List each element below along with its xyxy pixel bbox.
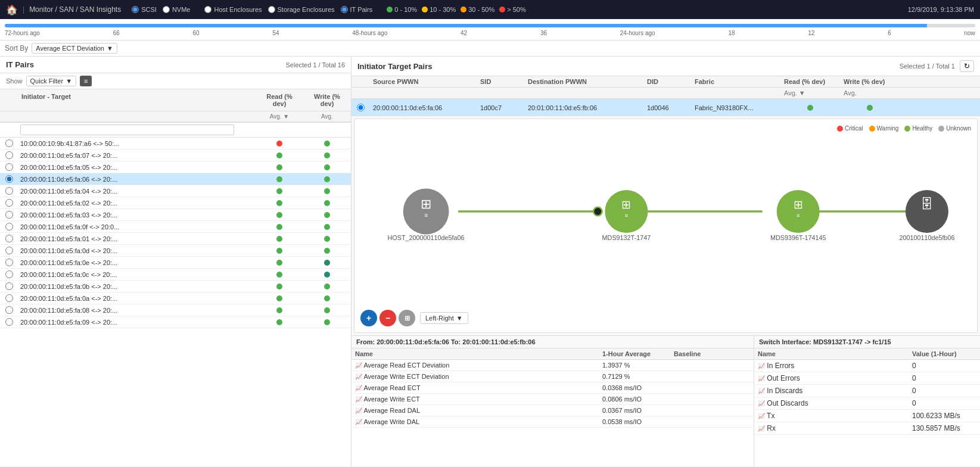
sid-value: 1d00c7	[477, 102, 524, 113]
svg-text:⊞: ⊞	[621, 198, 631, 211]
host-enclosures-option[interactable]: Host Enclosures	[204, 6, 262, 13]
table-row[interactable]: 20:00:00:11:0d:e5:fa:04 <-> 20:...	[0, 185, 351, 197]
col-sw-value: Value (1-Hour)	[909, 348, 980, 359]
sort-bar: Sort By Average ECT Deviation ▼	[0, 41, 980, 57]
it-pairs-option[interactable]: IT Pairs	[341, 6, 373, 13]
zoom-out-button[interactable]: −	[379, 310, 396, 326]
it-pairs-right-selection: Selected 1 / Total 1	[900, 63, 955, 70]
table-row[interactable]: 20:00:00:11:0d:e5:fa:0e <-> 20:...	[0, 257, 351, 269]
col-read-dev: Read (% dev)	[256, 92, 303, 108]
did-value: 1d0046	[643, 102, 691, 113]
right-panel: Initiator Target Pairs Selected 1 / Tota…	[351, 57, 980, 466]
refresh-button[interactable]: ↻	[960, 60, 974, 72]
col-sw-name: Name	[754, 348, 909, 359]
it-pairs-title: IT Pairs	[6, 60, 34, 69]
view-selector: Host Enclosures Storage Enclosures IT Pa…	[204, 6, 372, 13]
table-row[interactable]: 20:00:00:11:0d:e5:fa:0c <-> 20:...	[0, 269, 351, 281]
it-pairs-selected-row[interactable]: 20:00:00:11:0d:e5:fa:06 1d00c7 20:01:00:…	[351, 99, 980, 116]
metrics-table: Name 1-Hour Average Baseline 📈 Average R…	[351, 348, 754, 466]
table-row[interactable]: 20:00:00:11:0d:e5:fa:05 <-> 20:...	[0, 161, 351, 173]
metrics-row: 📈 Average Read DAL 0.0367 ms/IO	[351, 405, 754, 416]
nav-separator: |	[23, 5, 24, 14]
topology-legend: Critical Warning Healthy Unknown	[837, 125, 971, 132]
filter-bar: Show Quick Filter ▼ ≡	[0, 73, 351, 89]
table-header-row: Initiator - Target Read (% dev) Write (%…	[0, 89, 351, 111]
svg-text:🗄: 🗄	[920, 197, 934, 211]
col-1hour: 1-Hour Average	[599, 348, 670, 359]
switch-metrics-row: 📈 Tx 100.6233 MB/s	[754, 410, 980, 422]
table-row[interactable]: 20:00:00:11:0d:e5:fa:0d <-> 20:...	[0, 245, 351, 257]
zoom-in-button[interactable]: +	[360, 310, 377, 326]
sub-col-avg1: Avg. ▼	[256, 113, 303, 120]
quick-filter-select[interactable]: Quick Filter ▼	[26, 76, 77, 86]
metrics-header: From: 20:00:00:11:0d:e5:fa:06 To: 20:01:…	[351, 336, 754, 348]
table-sub-header: Avg. ▼ Avg.	[0, 111, 351, 123]
left-panel: IT Pairs Selected 1 / Total 16 Show Quic…	[0, 57, 351, 466]
col-did: DID	[643, 76, 691, 87]
svg-text:≡: ≡	[625, 212, 629, 219]
col-source-pwwn: Source PWWN	[369, 76, 477, 87]
bottom-panels: From: 20:00:00:11:0d:e5:fa:06 To: 20:01:…	[351, 335, 980, 466]
metrics-panel: From: 20:00:00:11:0d:e5:fa:06 To: 20:01:…	[351, 336, 754, 466]
main-content: IT Pairs Selected 1 / Total 16 Show Quic…	[0, 57, 980, 466]
svg-text:⊞: ⊞	[421, 197, 431, 211]
svg-text:MDS9132T-1747: MDS9132T-1747	[602, 234, 651, 241]
table-row[interactable]: 20:00:00:11:0d:e5:fa:0f <-> 20:0...	[0, 221, 351, 233]
metrics-row: 📈 Average Read ECT Deviation 1.3937 %	[351, 360, 754, 371]
svg-text:≡: ≡	[797, 212, 800, 219]
filter-icon-button[interactable]: ≡	[80, 76, 92, 86]
switch-metrics-row: 📈 Out Errors 0	[754, 372, 980, 385]
fabric-value: Fabric_N93180FX...	[691, 102, 780, 113]
metrics-row: 📈 Average Write ECT 0.0806 ms/IO	[351, 394, 754, 405]
search-row	[0, 123, 351, 138]
switch-metrics-table: Name Value (1-Hour) 📈 In Errors 0 📈 Out …	[754, 348, 980, 466]
initiator-target-search[interactable]	[20, 124, 234, 135]
sub-avg2: Avg.	[840, 88, 900, 98]
metrics-row: 📈 Average Write ECT Deviation 0.7129 %	[351, 371, 754, 382]
source-pwwn-value: 20:00:00:11:0d:e5:fa:06	[369, 102, 477, 113]
col-destination-pwwn: Destination PWWN	[524, 76, 643, 87]
table-row[interactable]: 20:00:00:11:0d:e5:fa:03 <-> 20:...	[0, 209, 351, 221]
fit-button[interactable]: ⊞	[399, 310, 415, 326]
destination-pwwn-value: 20:01:00:11:0d:e5:fb:06	[524, 102, 643, 113]
table-row[interactable]: 20:00:00:11:0d:e5:fa:0b <-> 20:...	[0, 281, 351, 292]
col-baseline: Baseline	[670, 348, 742, 359]
table-row[interactable]: 20:00:00:11:0d:e5:fa:02 <-> 20:...	[0, 197, 351, 209]
protocol-selector: SCSI NVMe	[132, 6, 190, 13]
svg-point-6	[593, 207, 602, 216]
col-fabric: Fabric	[691, 76, 780, 87]
table-row[interactable]: 20:00:00:11:0d:e5:fa:09 <-> 20:...	[0, 316, 351, 328]
table-row[interactable]: 20:00:00:11:0d:e5:fa:06 <-> 20:...	[0, 173, 351, 185]
metrics-row: 📈 Average Write DAL 0.0538 ms/IO	[351, 416, 754, 428]
scsi-option[interactable]: SCSI	[132, 6, 157, 13]
metrics-row: 📈 Average Read ECT 0.0368 ms/IO	[351, 382, 754, 394]
switch-interface-header: Switch Interface: MDS9132T-1747 -> fc1/1…	[754, 336, 980, 348]
col-write-pct: Write (% dev)	[840, 76, 900, 87]
sort-label: Sort By	[5, 44, 28, 52]
nvme-option[interactable]: NVMe	[163, 6, 191, 13]
sort-select[interactable]: Average ECT Deviation ▼	[32, 43, 117, 54]
switch-metrics-row: 📈 In Errors 0	[754, 360, 980, 372]
layout-select[interactable]: Left-Right ▼	[420, 312, 468, 324]
col-write-dev: Write (% dev)	[303, 92, 351, 108]
table-row[interactable]: 20:00:00:11:0d:e5:fa:07 <-> 20:...	[0, 150, 351, 161]
table-row[interactable]: 20:00:00:11:0d:e5:fa:0a <-> 20:...	[0, 292, 351, 304]
storage-enclosures-option[interactable]: Storage Enclosures	[268, 6, 335, 13]
table-row[interactable]: 20:00:00:11:0d:e5:fa:08 <-> 20:...	[0, 304, 351, 316]
it-pairs-table: Initiator - Target Read (% dev) Write (%…	[0, 89, 351, 466]
table-row[interactable]: 20:00:00:11:0d:e5:fa:01 <-> 20:...	[0, 233, 351, 245]
topology-svg: ⊞ ≡ HOST_200000110de5fa06 ⊞ ≡ MDS9132T-1…	[354, 119, 977, 332]
topology-diagram: ⊞ ≡ HOST_200000110de5fa06 ⊞ ≡ MDS9132T-1…	[354, 119, 978, 333]
timeline[interactable]: 72-hours ago 66 60 54 48-hours ago 42 36…	[0, 19, 980, 41]
table-row[interactable]: 10:00:00:10:9b:41:87:a6 <-> 50:...	[0, 138, 351, 150]
switch-table-header: Name Value (1-Hour)	[754, 348, 980, 360]
col-name: Name	[351, 348, 599, 359]
it-pairs-table-header: Source PWWN SID Destination PWWN DID Fab…	[351, 76, 980, 88]
show-label: Show	[6, 77, 23, 85]
sub-col-avg2: Avg.	[303, 113, 351, 120]
timestamp: 12/9/2019, 9:13:38 PM	[908, 6, 974, 13]
svg-text:200100110de5fb06: 200100110de5fb06	[899, 234, 954, 241]
home-icon[interactable]: 🏠	[6, 4, 18, 15]
topology-controls: + − ⊞ Left-Right ▼	[360, 310, 468, 326]
metrics-table-header: Name 1-Hour Average Baseline	[351, 348, 754, 360]
